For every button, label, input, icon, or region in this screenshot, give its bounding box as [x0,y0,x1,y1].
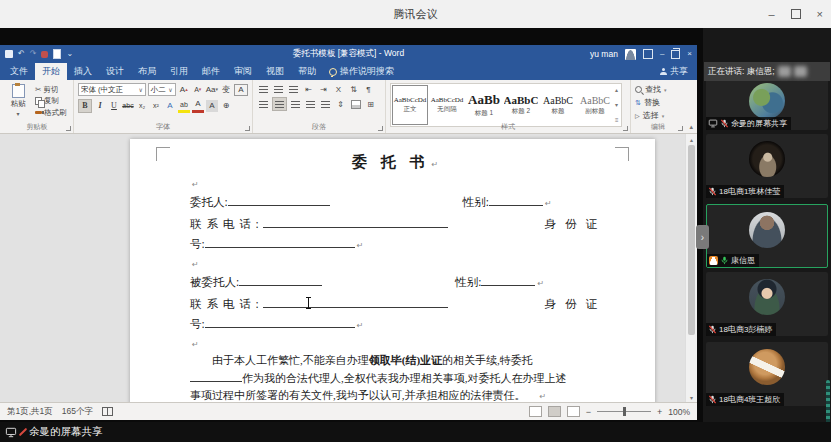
shading-button[interactable] [349,98,362,110]
asian-layout-button[interactable]: X [332,83,345,95]
scroll-down-icon[interactable]: ▾ [690,392,693,402]
multilevel-list-button[interactable] [287,83,300,95]
tab-design[interactable]: 设计 [99,63,131,80]
bullets-button[interactable] [257,83,270,95]
align-right-button[interactable] [289,98,302,110]
distributed-button[interactable] [319,98,332,110]
word-count[interactable]: 165个字 [62,406,93,418]
print-layout-button[interactable] [548,406,561,417]
text-effects-button[interactable]: A [164,100,176,112]
underline-button[interactable]: U [108,100,120,112]
video-tile[interactable]: 18电商3彭楠婷 [706,272,828,336]
zoom-slider-thumb[interactable] [623,407,626,416]
bold-button[interactable]: B [78,99,92,113]
account-name[interactable]: yu man [590,49,618,59]
strikethrough-button[interactable]: abc [122,100,134,112]
save-icon[interactable] [5,50,13,58]
increase-indent-button[interactable]: ⇥ [317,83,330,95]
sidebar-collapse-handle[interactable]: › [696,225,709,249]
char-border-button[interactable]: A [234,84,248,96]
collapse-ribbon-icon[interactable]: ▴ [689,123,697,133]
word-close-icon[interactable]: × [687,50,692,58]
zoom-out-icon[interactable]: − [586,407,591,417]
superscript-button[interactable]: x² [150,100,162,112]
editing-dialog-launcher[interactable] [678,126,683,131]
font-size-combo[interactable]: 小二∨ [148,83,176,96]
scroll-up-icon[interactable]: ▴ [690,134,693,144]
align-center-button[interactable] [272,97,287,111]
web-layout-button[interactable] [567,406,580,417]
highlight-button[interactable]: ab [178,98,190,113]
shrink-font-button[interactable]: A▾ [192,84,204,96]
scrollbar-thumb[interactable] [688,145,695,335]
copy-button[interactable]: 复制 [35,96,67,105]
account-avatar[interactable] [625,49,636,60]
style-heading1[interactable]: AaBb 标题 1 [466,85,502,125]
close-icon[interactable]: × [817,9,823,20]
tab-mailings[interactable]: 邮件 [195,63,227,80]
video-tile[interactable]: 18电商4班王超欣 [706,342,828,406]
cut-button[interactable]: ✂剪切 [35,85,67,94]
clipboard-dialog-launcher[interactable] [66,126,71,131]
style-subtitle[interactable]: AaBbC 副标题 [577,85,613,125]
zoom-slider[interactable] [597,411,651,412]
video-tile[interactable]: 18电商1班林佳莹 [706,134,828,198]
tab-review[interactable]: 审阅 [227,63,259,80]
tab-home[interactable]: 开始 [35,63,67,80]
page-info[interactable]: 第1页,共1页 [7,406,53,418]
undo-icon[interactable]: ↶ [18,50,25,58]
maximize-icon[interactable] [791,9,801,19]
tab-references[interactable]: 引用 [163,63,195,80]
show-marks-button[interactable]: ¶ [362,83,375,95]
line-spacing-button[interactable]: ⇕ [334,98,347,110]
zoom-level[interactable]: 100% [668,407,690,417]
pinyin-guide-button[interactable]: 变 [220,84,232,96]
touch-mode-icon[interactable] [41,51,48,58]
replace-button[interactable]: ⇅替换 [635,97,667,108]
read-mode-button[interactable] [529,406,542,417]
word-restore-icon[interactable] [671,50,680,59]
gallery-down-icon[interactable]: ▾ [615,102,619,108]
decrease-indent-button[interactable]: ⇤ [302,83,315,95]
word-minimize-icon[interactable]: – [660,50,664,58]
grow-font-button[interactable]: A▴ [178,84,190,96]
gallery-up-icon[interactable]: ▴ [615,87,619,93]
style-no-spacing[interactable]: AaBbCcDd 无间隔 [429,85,465,125]
align-left-button[interactable] [257,98,270,110]
justify-button[interactable] [304,98,317,110]
tab-insert[interactable]: 插入 [67,63,99,80]
style-title[interactable]: AaBbC 标题 [540,85,576,125]
minimize-icon[interactable]: – [768,9,774,20]
find-button[interactable]: 查找▾ [635,84,667,95]
document-page[interactable]: 委 托 书↵ ↵ 委托人:性别:↵ 联 系 电 话 : 身 份 证 号:↵ ↵ [130,139,655,402]
style-normal[interactable]: AaBbCcDd 正文 [392,85,428,125]
borders-button[interactable]: ⊞ [364,98,377,110]
style-heading2[interactable]: AaBbC 标题 2 [503,85,539,125]
change-case-button[interactable]: Aa▾ [206,84,218,96]
numbering-button[interactable] [272,83,285,95]
italic-button[interactable]: I [94,100,106,112]
subscript-button[interactable]: x₂ [136,100,148,112]
font-dialog-launcher[interactable] [245,126,250,131]
print-preview-icon[interactable] [53,49,61,59]
qat-customize-icon[interactable]: ⌄ [66,50,73,58]
format-painter-button[interactable]: 格式刷 [35,108,67,117]
enclose-char-button[interactable]: ⊕ [220,100,232,112]
paragraph-dialog-launcher[interactable] [378,126,383,131]
paste-button[interactable]: 粘贴 ▾ [5,83,31,122]
font-name-combo[interactable]: 宋体 (中文正∨ [78,83,146,96]
tab-file[interactable]: 文件 [3,63,35,80]
tell-me-search[interactable]: 操作说明搜索 [323,63,400,80]
sort-button[interactable]: ⇅ [347,83,360,95]
char-shading-button[interactable]: A [206,100,218,112]
document-scrollbar[interactable]: ▴ ▾ [685,134,697,402]
zoom-in-icon[interactable]: + [657,407,662,417]
ribbon-display-options-icon[interactable] [643,49,653,59]
styles-dialog-launcher[interactable] [623,126,628,131]
tab-help[interactable]: 帮助 [291,63,323,80]
proofing-icon[interactable] [102,407,113,416]
select-button[interactable]: ▷选择▾ [635,110,667,121]
video-tile-active-speaker[interactable]: 康信恩 [706,204,828,268]
share-button[interactable]: 共享 [651,63,697,80]
tab-view[interactable]: 视图 [259,63,291,80]
